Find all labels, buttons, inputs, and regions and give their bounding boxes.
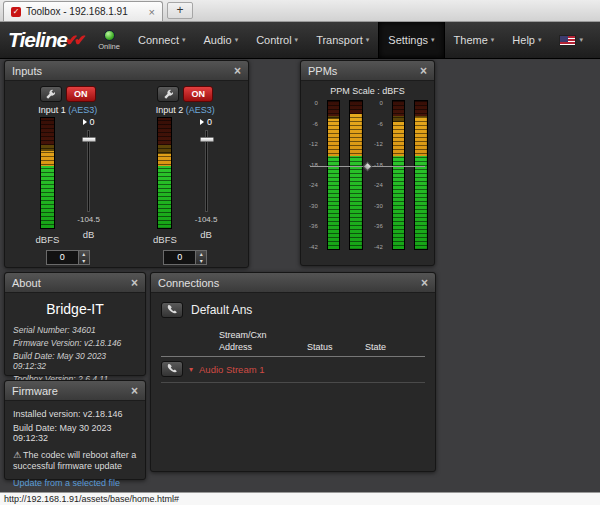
gain-fader[interactable] [205,130,208,212]
input-level-meter [157,117,172,229]
meter-fill [415,117,427,249]
chevron-down-icon: ▾ [491,36,495,44]
channel-on-button[interactable]: ON [66,86,96,102]
close-icon[interactable]: × [421,277,428,289]
ppms-panel-header[interactable]: PPMs × [301,61,434,81]
fader-value: 0 [83,117,95,127]
connections-table: Stream/Cxn Address Status State ▾ Audio … [161,330,425,383]
column-header-state: State [365,342,425,352]
channel-settings-button[interactable] [40,86,62,102]
channel-settings-button[interactable] [157,86,179,102]
ppm-scale-slider[interactable] [310,166,425,170]
close-icon[interactable]: × [131,277,138,289]
column-header-status: Status [307,342,365,352]
channel-label: Input 1 (AES3) [38,105,97,115]
nav-theme[interactable]: Theme▾ [445,22,504,58]
fader-value-text: 0 [90,117,95,127]
nav-help[interactable]: Help▾ [503,22,550,58]
gain-value: 0 [164,251,195,264]
scale-tick: -24 [307,182,318,188]
close-icon[interactable]: × [234,65,241,77]
warning-icon: ⚠ [13,450,21,460]
channel-on-button[interactable]: ON [183,86,213,102]
meter-unit-label: dBFS [153,234,177,245]
us-flag-icon [559,35,576,46]
meter-unit-label: dBFS [36,234,60,245]
ppm-scale-label: PPM Scale : dBFS [307,86,428,96]
chevron-down-icon: ▾ [579,36,583,44]
update-from-file-link[interactable]: Update from a selected file [13,478,137,488]
fader-thumb[interactable] [200,137,214,142]
meter-fill [158,154,171,228]
nav-theme-label: Theme [454,34,488,46]
chevron-down-icon: ▾ [295,36,299,44]
nav-transport[interactable]: Transport▾ [307,22,378,58]
browser-tab[interactable]: ✓ Toolbox - 192.168.1.91 × [3,1,163,21]
scale-tick: 0 [307,100,318,106]
tieline-logo: Tieline [8,28,67,52]
input-channel-1: ON Input 1 (AES3) dBFS 0 -104.5 dB [10,86,126,265]
new-tab-button[interactable]: + [167,2,193,19]
column-header-address: Address [219,342,307,352]
nav-connect[interactable]: Connect▾ [129,22,195,58]
chevron-down-icon: ▾ [235,36,239,44]
browse-firmware-link[interactable]: Browse firmware [13,491,137,493]
build-date: Build Date: May 30 2023 09:12:32 [13,351,137,371]
firmware-panel-title: Firmware [12,385,58,397]
scale-tick: -42 [307,244,318,250]
scale-tick: 0 [372,100,383,106]
gain-spinbox[interactable]: 0 ▴▾ [46,250,90,265]
inputs-panel: Inputs × ON Input 1 (AES3) dBFS 0 [4,60,249,268]
scale-tick: -36 [307,223,318,229]
ppm-meter [349,100,363,250]
scale-tick: -12 [372,141,383,147]
spin-down-icon[interactable]: ▾ [79,258,89,265]
language-selector[interactable]: ▾ [550,22,592,58]
table-row[interactable]: ▾ Audio Stream 1 [161,357,425,383]
connections-panel-title: Connections [158,277,219,289]
column-header-stream-cxn: Stream/Cxn [161,330,425,340]
serial-number: Serial Number: 34601 [13,325,137,335]
tieline-logo-ticks-icon: ✔✔ [65,31,82,49]
scale-tick: -30 [372,203,383,209]
channel-label: Input 2 (AES3) [156,105,215,115]
online-indicator-icon [104,30,115,41]
chevron-down-icon: ▾ [182,36,186,44]
inputs-panel-header[interactable]: Inputs × [5,61,248,81]
nav-control[interactable]: Control▾ [247,22,307,58]
gain-spinbox[interactable]: 0 ▴▾ [163,250,207,265]
app-header: Tieline ✔✔ Online Connect▾ Audio▾ Contro… [0,22,600,59]
close-icon[interactable]: × [131,385,138,397]
default-answer-button[interactable] [161,302,183,318]
channel-type: (AES3) [186,105,215,115]
nav-connect-label: Connect [138,34,179,46]
tab-close-icon[interactable]: × [149,6,155,18]
default-answer-label: Default Ans [191,303,252,317]
firmware-version: Firmware Version: v2.18.146 [13,338,137,348]
stream-call-button[interactable] [161,361,183,377]
about-panel-header[interactable]: About × [5,273,145,293]
scale-tick: -30 [307,203,318,209]
nav-settings-label: Settings [388,34,428,46]
close-icon[interactable]: × [420,65,427,77]
meter-fill [393,122,405,249]
stream-name: Audio Stream 1 [199,364,264,375]
connections-panel-header[interactable]: Connections × [151,273,435,293]
expand-caret-icon[interactable]: ▾ [189,365,193,374]
nav-transport-label: Transport [316,34,363,46]
firmware-panel-header[interactable]: Firmware × [5,381,145,401]
fader-marker-icon [200,119,204,125]
channel-name: Input 2 [156,105,184,115]
fader-unit-label: dB [200,229,212,240]
firmware-build-date: Build Date: May 30 2023 09:12:32 [13,423,137,443]
nav-settings[interactable]: Settings▾ [378,22,444,58]
tab-title: Toolbox - 192.168.1.91 [26,6,128,17]
fader-unit-label: dB [83,229,95,240]
input-level-meter [40,117,55,229]
fader-thumb[interactable] [82,137,96,142]
ppm-meter [414,100,428,250]
nav-audio[interactable]: Audio▾ [194,22,247,58]
spin-down-icon[interactable]: ▾ [196,258,206,265]
gain-fader[interactable] [87,130,90,212]
favicon-icon: ✓ [11,7,21,17]
